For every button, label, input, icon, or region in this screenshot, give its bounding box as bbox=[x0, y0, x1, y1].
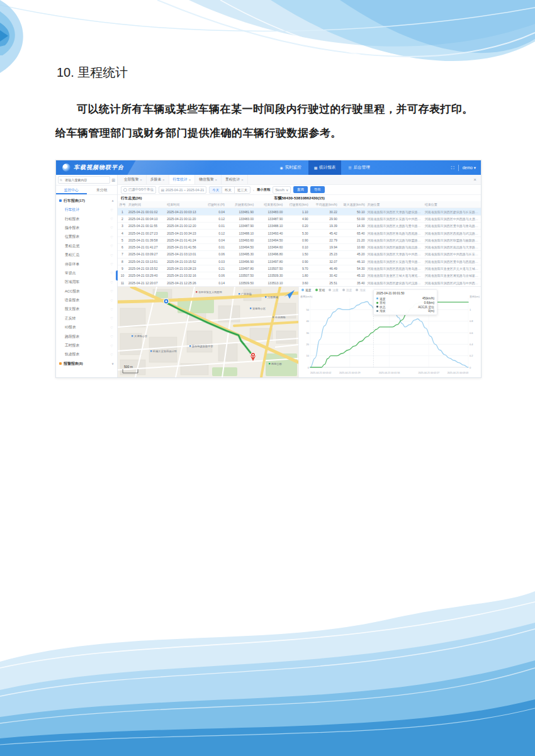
tab-行车统计[interactable]: 行车统计× bbox=[169, 175, 196, 184]
table-row[interactable]: 92025-04-21 03:15:522025-04-21 03:28:230… bbox=[118, 265, 481, 272]
report-group-header[interactable]: 报警报表(8)∨ bbox=[56, 359, 117, 368]
sidebar-item-report[interactable]: ACC报表♡ bbox=[56, 287, 117, 296]
favorite-icon[interactable]: ♡ bbox=[110, 316, 113, 320]
table-cell: 0.01 bbox=[204, 223, 226, 230]
favorite-icon[interactable]: ♡ bbox=[110, 281, 113, 284]
table-cell: 50.10 bbox=[339, 208, 366, 215]
table-cell: 133487.90 bbox=[226, 223, 255, 230]
export-button[interactable]: 导出 bbox=[310, 186, 325, 193]
table-cell: 河南省洛阳市洛龙区王城大道与展览路交叉口向东50米 洛阳市洛龙... bbox=[366, 272, 424, 279]
x-tick-label: 2025-04-21 00:01:29 bbox=[339, 372, 360, 374]
sidebar-item-report[interactable]: 语音报表♡ bbox=[56, 296, 117, 304]
search-box[interactable] bbox=[58, 176, 110, 184]
tab-里程统计[interactable]: 里程统计× bbox=[222, 175, 248, 184]
report-item-label: IO报表 bbox=[65, 325, 76, 330]
tooltip-series-name: 状态 bbox=[380, 305, 386, 309]
table-row[interactable]: 22025-04-21 00:04:102025-04-21 00:11:200… bbox=[118, 215, 481, 222]
column-header: 序号 bbox=[118, 201, 127, 208]
chevron-right-icon[interactable]: › bbox=[253, 188, 254, 192]
favorite-icon[interactable]: ♡ bbox=[110, 253, 113, 257]
sidebar-collapse-handle[interactable] bbox=[116, 270, 118, 281]
legend-item-海拔[interactable]: 海拔 bbox=[356, 288, 366, 292]
caret-icon[interactable]: ∨ bbox=[111, 362, 114, 365]
favorite-icon[interactable]: ♡ bbox=[110, 262, 113, 266]
table-row[interactable]: 52025-04-21 01:39:582025-04-21 01:41:240… bbox=[118, 236, 481, 243]
legend-item-速度[interactable]: 速度 bbox=[301, 288, 312, 292]
nav-item-admin[interactable]: ☰后台管理 bbox=[342, 160, 375, 175]
table-cell: 2025-04-21 03:15:52 bbox=[127, 265, 166, 272]
sidebar-tab[interactable]: 未分组 bbox=[87, 186, 118, 194]
nav-item-report[interactable]: ▦统计报表 bbox=[308, 160, 342, 175]
quick-range-近三天[interactable]: 近三天 bbox=[235, 187, 250, 193]
close-tab-icon[interactable]: × bbox=[162, 178, 165, 182]
tab-多媒体[interactable]: 多媒体× bbox=[147, 175, 169, 184]
group-view-icon[interactable]: ⊞ bbox=[111, 178, 115, 182]
sidebar-item-report[interactable]: 行程报表♡ bbox=[56, 214, 117, 223]
route-start-marker-icon[interactable] bbox=[164, 299, 169, 304]
table-cell: 45.10 bbox=[339, 272, 366, 279]
close-tab-icon[interactable]: × bbox=[140, 178, 142, 182]
user-menu[interactable]: demo ▾ bbox=[463, 165, 476, 170]
sidebar-item-report[interactable]: IO报表♡ bbox=[56, 323, 117, 332]
sidebar-item-report[interactable]: 指令报表♡ bbox=[56, 223, 117, 232]
tab-物信预警[interactable]: 物信预警× bbox=[195, 175, 222, 184]
search-input[interactable] bbox=[64, 177, 108, 182]
close-tab-icon[interactable]: × bbox=[189, 178, 191, 182]
min-mileage-select[interactable]: 5km/h ∨ bbox=[273, 186, 291, 194]
table-row[interactable]: 72025-04-21 03:09:272025-04-21 03:13:010… bbox=[118, 251, 481, 258]
favorite-icon[interactable]: ♡ bbox=[110, 353, 113, 357]
sidebar-item-report[interactable]: 里程总览♡ bbox=[56, 242, 117, 250]
favorite-icon[interactable]: ♡ bbox=[110, 299, 113, 303]
sidebar-item-report[interactable]: 里程汇总♡ bbox=[56, 250, 117, 259]
sidebar-item-report[interactable]: 轨迹报表♡ bbox=[56, 350, 117, 359]
table-row[interactable]: 82025-04-21 03:13:512025-04-21 03:15:520… bbox=[118, 258, 481, 265]
favorite-icon[interactable]: ♡ bbox=[110, 326, 113, 330]
sidebar-item-report[interactable]: 常驻点♡ bbox=[56, 269, 117, 277]
favorite-icon[interactable]: ♡ bbox=[110, 289, 113, 293]
caret-icon[interactable]: ∧ bbox=[111, 199, 114, 203]
table-row[interactable]: 32025-04-21 00:11:552025-04-21 00:12:200… bbox=[118, 223, 481, 230]
favorite-icon[interactable]: ♡ bbox=[110, 244, 113, 248]
table-row[interactable]: 42025-04-21 00:27:232025-04-21 00:34:230… bbox=[118, 230, 481, 236]
close-tab-icon[interactable]: × bbox=[215, 178, 218, 182]
nav-item-monitor[interactable]: ◉实时监控 bbox=[274, 160, 307, 175]
report-group-header[interactable]: 行车报表(17)∧ bbox=[56, 196, 117, 205]
map-canvas[interactable]: 洛阳市第五人民医院广州市场万国商城安徽路小区中州西路天津路小学机械工业第四设计院… bbox=[118, 287, 298, 377]
table-cell: 3.60 bbox=[284, 279, 309, 286]
sidebar-item-report[interactable]: 位置报表♡ bbox=[56, 233, 117, 242]
table-row[interactable]: 112025-04-21 12:20:072025-04-21 12:25:26… bbox=[118, 279, 481, 286]
legend-item-温度[interactable]: 温度 bbox=[342, 288, 352, 292]
favorite-icon[interactable]: ♡ bbox=[110, 208, 113, 212]
favorite-icon[interactable]: ♡ bbox=[110, 235, 113, 239]
favorite-icon[interactable]: ♡ bbox=[110, 335, 113, 338]
close-tab-icon[interactable]: × bbox=[241, 178, 244, 182]
fullscreen-icon[interactable]: ⛶ bbox=[451, 165, 454, 170]
sidebar-item-report[interactable]: 路段报表♡ bbox=[56, 332, 117, 341]
sidebar-item-report[interactable]: 停靠详单♡ bbox=[56, 260, 117, 269]
favorite-icon[interactable]: ♡ bbox=[110, 271, 113, 275]
sidebar-item-report[interactable]: 报文报表♡ bbox=[56, 305, 117, 314]
favorite-icon[interactable]: ♡ bbox=[110, 226, 113, 230]
tab-全部预警[interactable]: 全部预警× bbox=[120, 175, 147, 184]
table-row[interactable]: 102025-04-21 03:29:402025-04-21 03:32:16… bbox=[118, 272, 481, 279]
sidebar-item-report[interactable]: 工时报表♡ bbox=[56, 341, 117, 350]
date-range-picker[interactable]: ▤ 2025-04-21 ~ 2025-04-21 bbox=[159, 186, 207, 194]
sidebar-item-report[interactable]: 区域用车♡ bbox=[56, 278, 117, 287]
favorite-icon[interactable]: ♡ bbox=[110, 308, 113, 311]
sidebar-tab[interactable]: 监控中心 bbox=[56, 186, 87, 194]
report-item-label: 路段报表 bbox=[65, 334, 79, 340]
legend-item-油量[interactable]: 油量 bbox=[329, 288, 339, 292]
sidebar-item-report[interactable]: 正反转♡ bbox=[56, 314, 117, 323]
table-cell: 河南省洛阳市涧西区西苑路与武汉路交叉口向东150米 洛阳市涧西... bbox=[424, 230, 481, 236]
table-row[interactable]: 62025-04-21 01:41:272025-04-21 01:41:560… bbox=[118, 243, 481, 250]
favorite-icon[interactable]: ♡ bbox=[110, 217, 113, 221]
table-row[interactable]: 12025-04-21 00:01:022025-04-21 00:03:130… bbox=[118, 208, 481, 215]
close-icon[interactable]: × bbox=[471, 177, 478, 182]
sidebar-item-report[interactable]: 行车统计♡ bbox=[56, 205, 117, 214]
unit-selector[interactable]: 已选中0/0个单位 bbox=[121, 186, 156, 194]
quick-range-今天[interactable]: 今天 bbox=[210, 187, 222, 193]
quick-range-昨天[interactable]: 昨天 bbox=[222, 187, 235, 193]
legend-item-里程[interactable]: 里程 bbox=[315, 288, 325, 292]
favorite-icon[interactable]: ♡ bbox=[110, 344, 113, 348]
query-button[interactable]: 查询 bbox=[293, 186, 308, 193]
